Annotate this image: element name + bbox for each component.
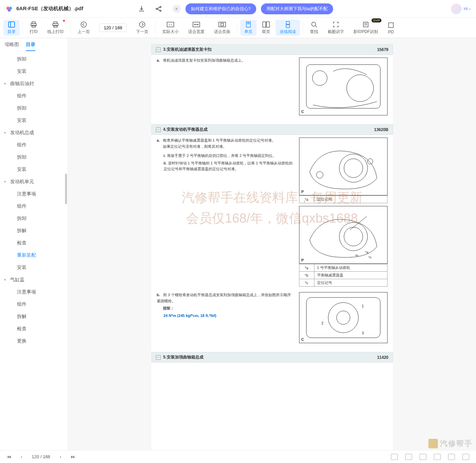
section-4-image2-row: *a*c*b P *a1 号平衡轴从动齿轮 *b平衡轴减震器盖 *c定位记号	[151, 206, 393, 289]
section-4-row-a: a. 检查并确认平衡轴减震器盖和 1 号平衡轴从动齿轮的定位记号对准。 如果定位…	[151, 135, 393, 206]
page-number-input[interactable]	[99, 23, 127, 32]
shadow-pdf-button[interactable]: SVIP 影印PDF识别	[349, 18, 383, 38]
svg-text:*a: *a	[365, 250, 368, 254]
outline-item[interactable]: ▾曲轴后油封	[0, 78, 68, 90]
search-button[interactable]: 查找	[305, 18, 323, 38]
svg-point-37	[339, 154, 367, 182]
collapse-icon[interactable]: −	[156, 355, 161, 360]
pdf-more-button[interactable]: PD	[383, 18, 399, 38]
header-icons	[138, 5, 162, 13]
double-page-button[interactable]: 双页	[257, 18, 275, 38]
svg-text:*c: *c	[368, 255, 372, 259]
collapse-icon[interactable]: −	[156, 127, 161, 132]
outline-item[interactable]: 组件	[0, 90, 68, 102]
svg-rect-6	[9, 22, 15, 27]
outline-item[interactable]: 重新装配	[0, 249, 68, 261]
outline-item[interactable]: 注意事项	[0, 286, 68, 298]
outline-item[interactable]: ▾发动机总成	[0, 127, 68, 139]
view-continuous-icon[interactable]	[420, 454, 426, 460]
share-icon[interactable]	[155, 5, 162, 13]
section-title: 3.安装机油滤清器支架卡扣	[163, 47, 212, 52]
outline-item[interactable]: 拆卸	[0, 53, 68, 65]
suggestion-pill-2[interactable]: 用配对大师测下我与ta的配不配	[261, 3, 333, 14]
document-page: − 3.安装机油滤清器支架卡扣 15679 a. 将机油滤清器支架卡扣安装到加强…	[151, 44, 393, 450]
collapse-icon[interactable]: −	[156, 47, 161, 52]
outline-item[interactable]: 安装	[0, 261, 68, 274]
outline-item[interactable]: 拆卸	[0, 151, 68, 163]
outline-item[interactable]: 拆卸	[0, 212, 68, 225]
download-icon[interactable]	[138, 5, 145, 13]
view-double-icon[interactable]	[405, 454, 412, 460]
view-fit-icon[interactable]	[448, 454, 455, 460]
close-suggestions-button[interactable]: ×	[173, 5, 181, 13]
next-page-icon[interactable]: ›	[60, 454, 61, 459]
chevron-down-icon[interactable]: ▾	[4, 131, 6, 134]
outline-label: 组件	[17, 203, 27, 209]
outline-item[interactable]: 组件	[0, 200, 68, 212]
prev-page-icon[interactable]: ‹	[21, 454, 22, 459]
print-button[interactable]: 打印	[25, 18, 43, 38]
outline-label: 组件	[17, 93, 27, 98]
svg-rect-13	[54, 25, 57, 27]
outline-item[interactable]: 安装	[0, 114, 68, 127]
svg-text:2: 2	[321, 321, 323, 325]
outline-item[interactable]: 更换	[0, 335, 68, 347]
outline-item[interactable]: 拆解	[0, 310, 68, 323]
outline-item[interactable]: 安装	[0, 65, 68, 78]
continuous-read-button[interactable]: 连续阅读	[276, 20, 300, 36]
svg-point-4	[160, 6, 161, 7]
outline-item[interactable]: 组件	[0, 298, 68, 310]
sidebar-tabs: 缩略图 目录	[0, 38, 68, 51]
outline-label: 拆解	[17, 314, 27, 319]
outline-tree[interactable]: 拆卸安装▾曲轴后油封组件拆卸安装▾发动机总成组件拆卸安装▾发动机单元注意事项组件…	[0, 51, 68, 450]
fit-page-button[interactable]: 适合页面	[209, 18, 235, 38]
svg-rect-47	[306, 298, 380, 338]
screenshot-ocr-button[interactable]: 截图识字	[323, 18, 349, 38]
svg-rect-19	[219, 22, 226, 27]
step-text: a. 检查并确认平衡轴减震器盖和 1 号平衡轴从动齿轮的定位记号对准。 如果定位…	[157, 138, 294, 174]
brand-logo-icon	[428, 439, 438, 448]
tab-toc[interactable]: 目录	[26, 42, 35, 51]
first-page-icon[interactable]: ⏮	[7, 454, 11, 459]
outline-item[interactable]: 拆卸	[0, 102, 68, 114]
chevron-down-icon[interactable]: ▾	[4, 278, 6, 282]
online-print-button[interactable]: 线上打印	[43, 18, 68, 38]
outline-item[interactable]: 安装	[0, 163, 68, 176]
fit-width-button[interactable]: 适合宽度	[183, 18, 209, 38]
view-list-icon[interactable]	[462, 454, 469, 460]
outline-label: 拆卸	[17, 215, 27, 221]
single-page-button[interactable]: 单页	[240, 20, 257, 36]
file-title: 6AR-FSE（发动机机械）.pdf	[16, 5, 83, 12]
section-title: 4.安装发动机平衡器总成	[163, 127, 208, 132]
document-viewport[interactable]: − 3.安装机油滤清器支架卡扣 15679 a. 将机油滤清器支架卡扣安装到加强…	[68, 38, 476, 450]
avatar-icon[interactable]	[451, 3, 462, 14]
image-corner-label: P	[301, 258, 304, 262]
suggestion-pill-1[interactable]: 如何建立和维护自己的自信心?	[185, 3, 256, 14]
chevron-down-icon[interactable]: ▾	[4, 82, 6, 85]
next-page-button[interactable]: 下一页	[131, 18, 153, 38]
toc-button[interactable]: 目录	[3, 20, 20, 36]
outline-label: 发动机总成	[10, 130, 34, 135]
outline-item[interactable]: 检查	[0, 323, 68, 335]
view-single-icon[interactable]	[391, 454, 398, 460]
outline-label: 拆卸	[17, 56, 27, 62]
svg-point-36	[346, 75, 373, 101]
view-ratio-icon[interactable]	[434, 454, 441, 460]
svg-rect-27	[286, 25, 290, 28]
last-page-icon[interactable]: ⏭	[71, 454, 75, 459]
tab-thumbnails[interactable]: 缩略图	[5, 42, 19, 51]
outline-label: 组件	[17, 301, 27, 307]
outline-item[interactable]: 注意事项	[0, 188, 68, 200]
sub-step-ii: ii.逆时针转动 1 号平衡轴的 1 号平衡轴从动齿轮，以将 1 号平衡轴从动齿…	[164, 160, 294, 172]
section-3-row-a: a. 将机油滤清器支架卡扣安装到加强曲轴箱总成上。 C	[151, 55, 393, 118]
outline-item[interactable]: ▾发动机单元	[0, 176, 68, 188]
outline-item[interactable]: 拆解	[0, 225, 68, 237]
actual-size-button[interactable]: 1:1 实际大小	[158, 18, 183, 38]
chevron-down-icon[interactable]: ▾	[4, 180, 6, 183]
prev-page-button[interactable]: 上一页	[73, 18, 95, 38]
outline-item[interactable]: 组件	[0, 139, 68, 151]
table-row: *b平衡轴减震器盖	[299, 272, 387, 279]
greeting-label[interactable]: Hi ›	[464, 6, 471, 11]
outline-item[interactable]: 检查	[0, 237, 68, 249]
outline-item[interactable]: ▾气缸盖	[0, 274, 68, 286]
